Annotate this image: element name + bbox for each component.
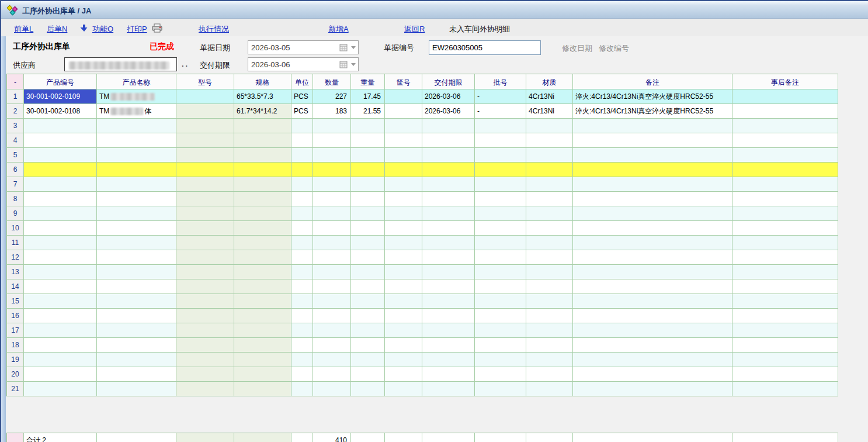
cell-code-row6[interactable] bbox=[24, 163, 97, 177]
cell-num-row7[interactable]: 7 bbox=[7, 177, 24, 192]
cell-remark-row20[interactable] bbox=[573, 367, 732, 382]
cell-material-row10[interactable] bbox=[526, 221, 573, 236]
cell-weight-row7[interactable] bbox=[351, 177, 385, 192]
cell-weight-row6[interactable] bbox=[351, 163, 385, 177]
cell-qty-row21[interactable] bbox=[313, 382, 351, 396]
cell-material-row17[interactable] bbox=[526, 323, 573, 338]
cell-remark-row15[interactable] bbox=[573, 294, 732, 309]
cell-batch-row12[interactable] bbox=[475, 250, 526, 265]
cell-model-row14[interactable] bbox=[176, 279, 234, 294]
cell-unit-row8[interactable] bbox=[291, 192, 313, 206]
cell-name-row8[interactable] bbox=[97, 192, 176, 206]
column-header-code[interactable]: 产品编号 bbox=[24, 74, 97, 89]
cell-remark-row21[interactable] bbox=[573, 382, 732, 396]
cell-weight-row5[interactable] bbox=[351, 148, 385, 163]
cell-deliver-row7[interactable] bbox=[422, 177, 475, 192]
cell-model-row18[interactable] bbox=[176, 338, 234, 353]
cell-num-row16[interactable]: 16 bbox=[7, 309, 24, 323]
cell-deliver-row21[interactable] bbox=[422, 382, 475, 396]
cell-post_remark-row21[interactable] bbox=[732, 382, 838, 396]
cell-num-row17[interactable]: 17 bbox=[7, 323, 24, 338]
cell-weight-row1[interactable]: 17.45 bbox=[351, 89, 385, 104]
cell-model-row5[interactable] bbox=[176, 148, 234, 163]
cell-num-row12[interactable]: 12 bbox=[7, 250, 24, 265]
cell-name-row11[interactable] bbox=[97, 236, 176, 250]
cell-spec-row9[interactable] bbox=[234, 206, 291, 221]
cell-spec-row18[interactable] bbox=[234, 338, 291, 353]
cell-unit-row7[interactable] bbox=[291, 177, 313, 192]
column-header-qty[interactable]: 数量 bbox=[313, 74, 351, 89]
cell-code-row5[interactable] bbox=[24, 148, 97, 163]
column-header-deliver[interactable]: 交付期限 bbox=[422, 74, 475, 89]
cell-material-row7[interactable] bbox=[526, 177, 573, 192]
cell-qty-row13[interactable] bbox=[313, 265, 351, 279]
cell-remark-row4[interactable] bbox=[573, 133, 732, 148]
cell-post_remark-row8[interactable] bbox=[732, 192, 838, 206]
column-header-batch[interactable]: 批号 bbox=[475, 74, 526, 89]
cell-material-row21[interactable] bbox=[526, 382, 573, 396]
cell-model-row7[interactable] bbox=[176, 177, 234, 192]
column-header-name[interactable]: 产品名称 bbox=[97, 74, 176, 89]
cell-batch-row2[interactable]: - bbox=[475, 104, 526, 119]
cell-spec-row17[interactable] bbox=[234, 323, 291, 338]
cell-name-row12[interactable] bbox=[97, 250, 176, 265]
cell-code-row13[interactable] bbox=[24, 265, 97, 279]
cell-batch-row10[interactable] bbox=[475, 221, 526, 236]
column-header-material[interactable]: 材质 bbox=[526, 74, 573, 89]
cell-unit-row5[interactable] bbox=[291, 148, 313, 163]
cell-name-row18[interactable] bbox=[97, 338, 176, 353]
cell-basket-row14[interactable] bbox=[385, 279, 422, 294]
cell-spec-row11[interactable] bbox=[234, 236, 291, 250]
cell-batch-row4[interactable] bbox=[475, 133, 526, 148]
cell-deliver-row12[interactable] bbox=[422, 250, 475, 265]
cell-basket-row10[interactable] bbox=[385, 221, 422, 236]
cell-unit-row20[interactable] bbox=[291, 367, 313, 382]
cell-qty-row15[interactable] bbox=[313, 294, 351, 309]
cell-qty-row19[interactable] bbox=[313, 353, 351, 367]
cell-remark-row9[interactable] bbox=[573, 206, 732, 221]
cell-model-row1[interactable] bbox=[176, 89, 234, 104]
cell-remark-row12[interactable] bbox=[573, 250, 732, 265]
cell-name-row5[interactable] bbox=[97, 148, 176, 163]
cell-spec-row2[interactable]: 61.7*34*14.2 bbox=[234, 104, 291, 119]
add-new-button[interactable]: 新增A bbox=[328, 24, 349, 34]
cell-unit-row17[interactable] bbox=[291, 323, 313, 338]
cell-remark-row16[interactable] bbox=[573, 309, 732, 323]
cell-code-row11[interactable] bbox=[24, 236, 97, 250]
cell-name-row6[interactable] bbox=[97, 163, 176, 177]
cell-material-row15[interactable] bbox=[526, 294, 573, 309]
cell-remark-row8[interactable] bbox=[573, 192, 732, 206]
cell-post_remark-row2[interactable] bbox=[732, 104, 838, 119]
cell-material-row12[interactable] bbox=[526, 250, 573, 265]
cell-deliver-row17[interactable] bbox=[422, 323, 475, 338]
cell-basket-row3[interactable] bbox=[385, 119, 422, 133]
cell-remark-row6[interactable] bbox=[573, 163, 732, 177]
cell-deliver-row10[interactable] bbox=[422, 221, 475, 236]
cell-material-row6[interactable] bbox=[526, 163, 573, 177]
cell-deliver-row6[interactable] bbox=[422, 163, 475, 177]
cell-batch-row16[interactable] bbox=[475, 309, 526, 323]
column-header-post_remark[interactable]: 事后备注 bbox=[732, 74, 838, 89]
doc-no-input[interactable]: EW260305005 bbox=[429, 40, 541, 55]
cell-material-row5[interactable] bbox=[526, 148, 573, 163]
cell-qty-row8[interactable] bbox=[313, 192, 351, 206]
cell-basket-row18[interactable] bbox=[385, 338, 422, 353]
cell-batch-row7[interactable] bbox=[475, 177, 526, 192]
functions-button[interactable]: 功能O bbox=[92, 24, 113, 34]
cell-post_remark-row14[interactable] bbox=[732, 279, 838, 294]
cell-name-row15[interactable] bbox=[97, 294, 176, 309]
cell-material-row3[interactable] bbox=[526, 119, 573, 133]
cell-name-row9[interactable] bbox=[97, 206, 176, 221]
cell-post_remark-row17[interactable] bbox=[732, 323, 838, 338]
cell-basket-row9[interactable] bbox=[385, 206, 422, 221]
cell-num-row14[interactable]: 14 bbox=[7, 279, 24, 294]
cell-unit-row6[interactable] bbox=[291, 163, 313, 177]
cell-weight-row4[interactable] bbox=[351, 133, 385, 148]
cell-qty-row3[interactable] bbox=[313, 119, 351, 133]
cell-code-row1[interactable]: 30-001-002-0109 bbox=[24, 89, 97, 104]
cell-code-row10[interactable] bbox=[24, 221, 97, 236]
cell-weight-row11[interactable] bbox=[351, 236, 385, 250]
cell-qty-row1[interactable]: 227 bbox=[313, 89, 351, 104]
cell-post_remark-row10[interactable] bbox=[732, 221, 838, 236]
cell-post_remark-row16[interactable] bbox=[732, 309, 838, 323]
